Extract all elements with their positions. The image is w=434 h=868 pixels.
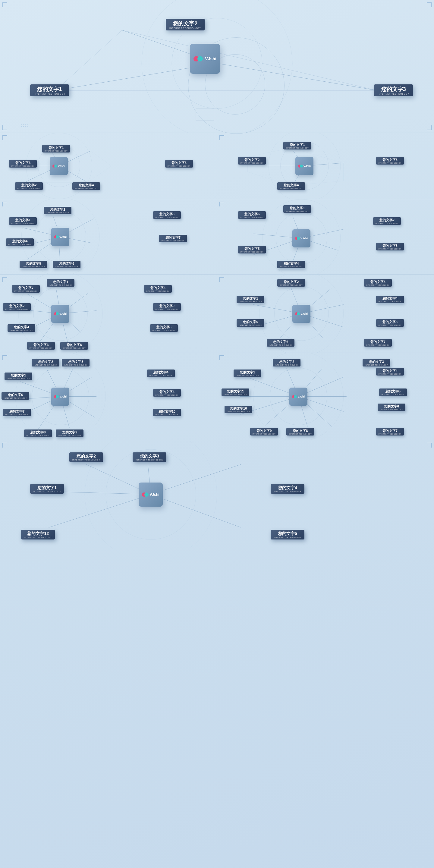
- bottom-lines: [0, 440, 434, 549]
- r3r-n1: 您的文字1 INTERNET TECHNOLOGY: [237, 296, 264, 303]
- r2r-n6: 您的文字6 INTERNET TECHNOLOGY: [238, 211, 266, 219]
- page-container: VJshi 您的文字2 INTERNET TECHNOLOGY 您的文字1 IN…: [0, 0, 434, 868]
- svg-line-94: [151, 495, 241, 528]
- r4r-n9: 您的文字9 INTERNET TECHNOLOGY: [250, 428, 278, 435]
- row2-right-cell: VJshi 您的文字1 INTERNET TECHNOLOGY 您的文字6 IN…: [217, 199, 434, 274]
- r4l-n1: 您的文字1 INTERNET TECHNOLOGY: [4, 373, 32, 380]
- r1r-node2: 您的文字2 INTERNET TECHNOLOGY: [238, 157, 266, 164]
- r3r-n2: 您的文字2 INTERNET TECHNOLOGY: [277, 279, 305, 287]
- r3l-n2: 您的文字2 INTERNET TECHNOLOGY: [3, 303, 31, 311]
- r1r-lines: [217, 133, 434, 199]
- r4l-n7: 您的文字7 INTERNET TECHNOLOGY: [3, 409, 31, 416]
- r3l-center: VJshi: [51, 305, 69, 323]
- corner-decoration-bl: [2, 125, 7, 130]
- r3l-n8: 您的文字8 INTERNET TECHNOLOGY: [60, 342, 88, 350]
- r4l-n10: 您的文字10 INTERNET TECHNOLOGY: [153, 409, 181, 416]
- corner-tl: [219, 277, 224, 282]
- corner-tl: [219, 202, 224, 207]
- hero-node-left: 您的文字1 INTERNET TECHNOLOGY: [30, 84, 69, 96]
- r1l-node5: 您的文字5 INTERNET TECHNOLOGY: [165, 160, 193, 167]
- center-logo: VJshi: [193, 56, 216, 61]
- bottom-n12: 您的文字12 INTERNET TECHNOLOGY: [21, 530, 55, 539]
- r4l-n6: 您的文字6 INTERNET TECHNOLOGY: [153, 389, 181, 397]
- r2l-n7: 您的文字7 INTERNET TECHNOLOGY: [159, 235, 187, 242]
- r3l-n7: 您的文字7 INTERNET TECHNOLOGY: [12, 285, 40, 293]
- row3-grid: VJshi 您的文字1 INTERNET TECHNOLOGY 您的文字7 IN…: [0, 274, 434, 352]
- r1r-node4: 您的文字4 INTERNET TECHNOLOGY: [277, 182, 305, 190]
- r4r-center: VJshi: [289, 388, 307, 406]
- r1r-node3: 您的文字3 INTERNET TECHNOLOGY: [376, 157, 404, 164]
- svg-rect-10: [196, 108, 214, 121]
- r4r-n1: 您的文字1 INTERNET TECHNOLOGY: [234, 370, 261, 377]
- bottom-logo: VJshi: [142, 493, 159, 497]
- r3l-n1: 您的文字1 INTERNET TECHNOLOGY: [47, 279, 74, 287]
- r4l-n4: 您的文字4 INTERNET TECHNOLOGY: [147, 370, 175, 377]
- logo-brand-text: VJshi: [205, 56, 216, 61]
- bottom-section: VJshi 您的文字2 INTERNET TECHNOLOGY 您的文字3 IN…: [0, 440, 434, 549]
- row1-grid: VJshi 您的文字1 INTERNET TECHNOLOGY 您的文字3 IN…: [0, 133, 434, 199]
- r2r-logo: VJshi: [295, 237, 308, 240]
- corner-tl: [2, 277, 7, 282]
- corner-tl: [219, 135, 224, 140]
- r3l-logo: VJshi: [54, 312, 67, 315]
- r3r-n5: 您的文字5 INTERNET TECHNOLOGY: [237, 319, 264, 327]
- corner-tr: [427, 443, 432, 447]
- r4l-n5: 您的文字5 INTERNET TECHNOLOGY: [1, 392, 29, 400]
- corner-tl: [219, 355, 224, 360]
- svg-line-90: [49, 492, 151, 495]
- r1r-node1: 您的文字1 INTERNET TECHNOLOGY: [283, 142, 311, 150]
- r3l-n4: 您的文字4 INTERNET TECHNOLOGY: [7, 324, 35, 332]
- r4l-center: VJshi: [51, 388, 69, 406]
- corner-tl: [2, 355, 7, 360]
- r3r-n6: 您的文字6 INTERNET TECHNOLOGY: [267, 339, 294, 347]
- bottom-n2: 您的文字2 INTERNET TECHNOLOGY: [69, 453, 103, 462]
- r2l-n3: 您的文字3 INTERNET TECHNOLOGY: [153, 211, 181, 219]
- row4-grid: VJshi 您的文字2 INTERNET TECHNOLOGY 您的文字3 IN…: [0, 352, 434, 440]
- bottom-n1: 您的文字1 INTERNET TECHNOLOGY: [30, 484, 64, 494]
- row4-right-cell: VJshi 您的文字2 INTERNET TECHNOLOGY 您的文字3 IN…: [217, 352, 434, 440]
- svg-line-91: [49, 495, 151, 528]
- r2l-n4: 您的文字4 INTERNET TECHNOLOGY: [6, 239, 34, 246]
- r4r-n4: 您的文字4 INTERNET TECHNOLOGY: [376, 368, 404, 375]
- r4r-n6: 您的文字6 INTERNET TECHNOLOGY: [378, 404, 405, 411]
- hero-center-node: VJshi: [190, 44, 220, 74]
- logo-dot-teal: [197, 56, 203, 61]
- r4r-n3: 您的文字3 INTERNET TECHNOLOGY: [363, 359, 390, 367]
- r3r-n3: 您的文字3 INTERNET TECHNOLOGY: [364, 279, 392, 287]
- r2r-n3: 您的文字3 INTERNET TECHNOLOGY: [376, 243, 404, 250]
- r1r-center: VJshi: [296, 157, 313, 175]
- r4r-n7: 您的文字7 INTERNET TECHNOLOGY: [376, 428, 404, 435]
- row1-left-cell: VJshi 您的文字1 INTERNET TECHNOLOGY 您的文字3 IN…: [0, 133, 217, 199]
- r4r-lines: [217, 353, 434, 440]
- r3r-n4: 您的文字4 INTERNET TECHNOLOGY: [376, 296, 404, 303]
- r4l-n9: 您的文字9 INTERNET TECHNOLOGY: [56, 430, 84, 437]
- r2r-n2: 您的文字2 INTERNET TECHNOLOGY: [373, 217, 401, 225]
- r1l-logo: VJshi: [53, 164, 65, 167]
- r2r-n4: 您的文字4 INTERNET TECHNOLOGY: [277, 261, 305, 268]
- r2l-n1: 您的文字1 INTERNET TECHNOLOGY: [9, 217, 37, 225]
- hero-section: VJshi 您的文字2 INTERNET TECHNOLOGY 您的文字1 IN…: [0, 0, 434, 133]
- r2r-n1: 您的文字1 INTERNET TECHNOLOGY: [283, 205, 311, 213]
- r4r-n11: 您的文字11 INTERNET TECHNOLOGY: [221, 389, 249, 396]
- r2r-center: VJshi: [292, 229, 310, 247]
- hero-node-top: 您的文字2 INTERNET TECHNOLOGY: [166, 19, 205, 30]
- bottom-n3: 您的文字3 INTERNET TECHNOLOGY: [133, 453, 166, 462]
- r4l-n2: 您的文字2 INTERNET TECHNOLOGY: [32, 359, 59, 367]
- r2r-n5: 您的文字5 INTERNET TECHNOLOGY: [238, 246, 266, 253]
- r1l-node2: 您的文字2 INTERNET TECHNOLOGY: [15, 182, 43, 190]
- r4r-n8: 您的文字8 INTERNET TECHNOLOGY: [286, 428, 314, 435]
- bottom-center: VJshi: [138, 483, 163, 507]
- decorative-dots: [21, 124, 29, 127]
- row3-left-cell: VJshi 您的文字1 INTERNET TECHNOLOGY 您的文字7 IN…: [0, 274, 217, 352]
- row2-left-cell: VJshi 您的文字2 INTERNET TECHNOLOGY 您的文字1 IN…: [0, 199, 217, 274]
- r1r-logo: VJshi: [298, 164, 311, 167]
- r3l-n9: 您的文字9 INTERNET TECHNOLOGY: [153, 303, 181, 311]
- svg-line-93: [151, 464, 241, 495]
- r2l-logo: VJshi: [54, 236, 67, 239]
- r4r-n2: 您的文字2 INTERNET TECHNOLOGY: [273, 359, 301, 367]
- row1-right-cell: VJshi 您的文字1 INTERNET TECHNOLOGY 您的文字2 IN…: [217, 133, 434, 199]
- corner-tl: [2, 202, 7, 207]
- corner-decoration-tl: [2, 2, 7, 7]
- r2l-n5: 您的文字5 INTERNET TECHNOLOGY: [20, 261, 47, 268]
- r2l-center: VJshi: [51, 228, 69, 246]
